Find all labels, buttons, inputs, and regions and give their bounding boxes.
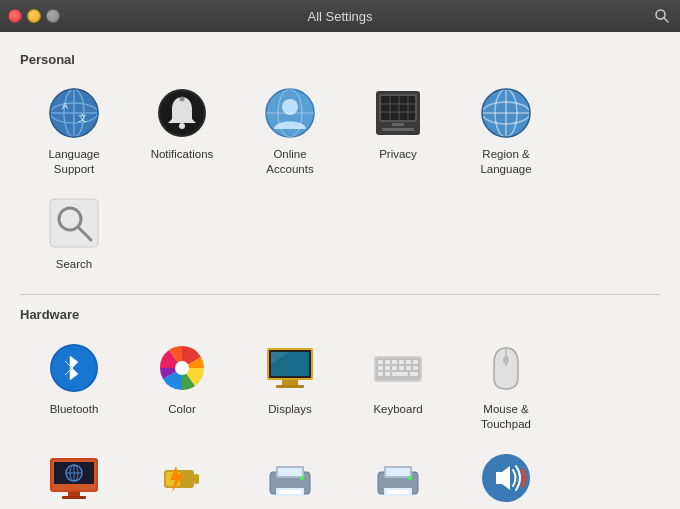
svg-rect-50	[378, 360, 383, 364]
svg-rect-75	[68, 492, 80, 496]
svg-point-94	[408, 476, 412, 480]
online-accounts-item[interactable]: OnlineAccounts	[236, 77, 344, 187]
svg-point-41	[175, 361, 189, 375]
language-support-item[interactable]: A 文 LanguageSupport	[20, 77, 128, 187]
svg-rect-54	[406, 360, 411, 364]
printers1-icon	[262, 450, 318, 506]
notifications-icon	[154, 85, 210, 141]
maximize-button[interactable]	[46, 9, 60, 23]
language-support-label: LanguageSupport	[48, 147, 99, 177]
hardware-grid: Bluetooth	[20, 332, 660, 509]
svg-rect-84	[278, 468, 302, 476]
mouse-touchpad-item[interactable]: Mouse &Touchpad	[452, 332, 560, 442]
svg-rect-91	[386, 468, 410, 476]
svg-point-87	[300, 476, 304, 480]
notifications-label: Notifications	[151, 147, 214, 162]
section-hardware: Hardware Bluetooth	[20, 307, 660, 509]
svg-rect-55	[413, 360, 418, 364]
search-item[interactable]: Search	[20, 187, 128, 282]
svg-rect-65	[410, 372, 418, 376]
svg-line-1	[664, 18, 668, 22]
hardware-section-title: Hardware	[20, 307, 660, 322]
keyboard-icon	[370, 340, 426, 396]
printers2-icon	[370, 450, 426, 506]
bluetooth-icon	[46, 340, 102, 396]
keyboard-label: Keyboard	[373, 402, 422, 417]
svg-rect-58	[392, 366, 397, 370]
svg-rect-21	[381, 96, 415, 120]
displays-item[interactable]: Displays	[236, 332, 344, 442]
svg-rect-27	[392, 123, 404, 126]
region-language-item[interactable]: Region &Language	[452, 77, 560, 187]
svg-rect-86	[279, 490, 301, 494]
search-icon[interactable]	[652, 6, 672, 26]
language-support-icon: A 文	[46, 85, 102, 141]
svg-rect-47	[276, 385, 304, 388]
svg-text:文: 文	[78, 113, 87, 123]
svg-point-40	[52, 346, 96, 390]
notifications-item[interactable]: Notifications	[128, 77, 236, 187]
search-settings-icon	[46, 195, 102, 251]
mouse-touchpad-label: Mouse &Touchpad	[481, 402, 531, 432]
sound-item[interactable]: Sound	[452, 442, 560, 509]
svg-rect-76	[62, 496, 86, 499]
svg-rect-52	[392, 360, 397, 364]
mouse-touchpad-icon	[478, 340, 534, 396]
network-item[interactable]: Network	[20, 442, 128, 509]
bluetooth-item[interactable]: Bluetooth	[20, 332, 128, 442]
color-item[interactable]: Color	[128, 332, 236, 442]
displays-label: Displays	[268, 402, 311, 417]
svg-point-67	[503, 356, 509, 364]
svg-rect-93	[387, 490, 409, 494]
printers1-item[interactable]: Printers	[236, 442, 344, 509]
privacy-label: Privacy	[379, 147, 417, 162]
svg-rect-64	[392, 372, 408, 376]
bluetooth-label: Bluetooth	[50, 402, 99, 417]
svg-rect-61	[413, 366, 418, 370]
svg-rect-63	[385, 372, 390, 376]
power-icon	[154, 450, 210, 506]
sound-icon	[478, 450, 534, 506]
main-content: Personal A 文 LanguageSupport	[0, 32, 680, 509]
online-accounts-icon	[262, 85, 318, 141]
svg-rect-60	[406, 366, 411, 370]
color-icon	[154, 340, 210, 396]
region-language-icon	[478, 85, 534, 141]
personal-section-title: Personal	[20, 52, 660, 67]
svg-rect-59	[399, 366, 404, 370]
displays-icon	[262, 340, 318, 396]
privacy-item[interactable]: Privacy	[344, 77, 452, 187]
svg-rect-51	[385, 360, 390, 364]
svg-rect-62	[378, 372, 383, 376]
window-title: All Settings	[307, 9, 372, 24]
printers2-item[interactable]: Printers	[344, 442, 452, 509]
color-label: Color	[168, 402, 195, 417]
region-language-label: Region &Language	[480, 147, 531, 177]
window-controls	[8, 9, 60, 23]
close-button[interactable]	[8, 9, 22, 23]
minimize-button[interactable]	[27, 9, 41, 23]
svg-rect-79	[194, 474, 199, 484]
personal-hardware-divider	[20, 294, 660, 295]
online-accounts-label: OnlineAccounts	[266, 147, 313, 177]
svg-rect-56	[378, 366, 383, 370]
privacy-icon	[370, 85, 426, 141]
power-item[interactable]: Power	[128, 442, 236, 509]
svg-point-12	[179, 123, 185, 129]
search-label: Search	[56, 257, 92, 272]
section-personal: Personal A 文 LanguageSupport	[20, 52, 660, 282]
svg-point-13	[180, 97, 185, 102]
svg-rect-46	[282, 380, 298, 385]
titlebar: All Settings	[0, 0, 680, 32]
network-icon	[46, 450, 102, 506]
svg-text:A: A	[62, 101, 68, 111]
svg-rect-57	[385, 366, 390, 370]
personal-grid: A 文 LanguageSupport	[20, 77, 660, 282]
svg-rect-28	[382, 128, 414, 131]
svg-rect-53	[399, 360, 404, 364]
keyboard-item[interactable]: Keyboard	[344, 332, 452, 442]
